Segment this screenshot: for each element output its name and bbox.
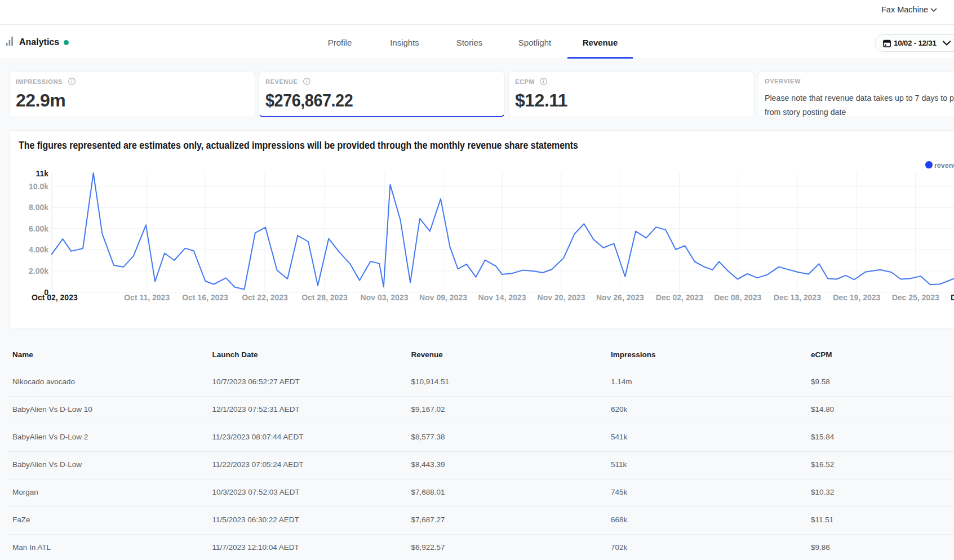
svg-text:Nov 14, 2023: Nov 14, 2023 <box>478 293 526 302</box>
svg-text:11k: 11k <box>36 169 48 178</box>
svg-text:Oct 16, 2023: Oct 16, 2023 <box>182 293 228 302</box>
svg-text:Dec 13, 2023: Dec 13, 2023 <box>774 293 821 302</box>
svg-text:Nov 09, 2023: Nov 09, 2023 <box>419 293 467 302</box>
svg-text:Nov 20, 2023: Nov 20, 2023 <box>538 293 585 302</box>
svg-text:Nov 26, 2023: Nov 26, 2023 <box>596 293 644 302</box>
svg-text:10.0k: 10.0k <box>29 182 48 191</box>
svg-text:Nov 03, 2023: Nov 03, 2023 <box>361 293 409 302</box>
svg-text:8.00k: 8.00k <box>29 203 48 212</box>
svg-text:Dec 31, 2023: Dec 31, 2023 <box>951 293 954 302</box>
svg-text:Dec 25, 2023: Dec 25, 2023 <box>892 293 939 302</box>
svg-text:4.00k: 4.00k <box>29 245 48 254</box>
svg-text:Oct 11, 2023: Oct 11, 2023 <box>124 293 170 302</box>
svg-text:Dec 08, 2023: Dec 08, 2023 <box>714 293 761 302</box>
svg-text:6.00k: 6.00k <box>29 224 48 233</box>
svg-text:2.00k: 2.00k <box>29 266 48 275</box>
svg-text:Oct 02, 2023: Oct 02, 2023 <box>32 293 78 302</box>
svg-text:Oct 28, 2023: Oct 28, 2023 <box>301 293 348 302</box>
svg-text:Dec 02, 2023: Dec 02, 2023 <box>656 293 703 302</box>
svg-text:Dec 19, 2023: Dec 19, 2023 <box>833 293 880 302</box>
svg-text:Oct 22, 2023: Oct 22, 2023 <box>242 293 288 302</box>
